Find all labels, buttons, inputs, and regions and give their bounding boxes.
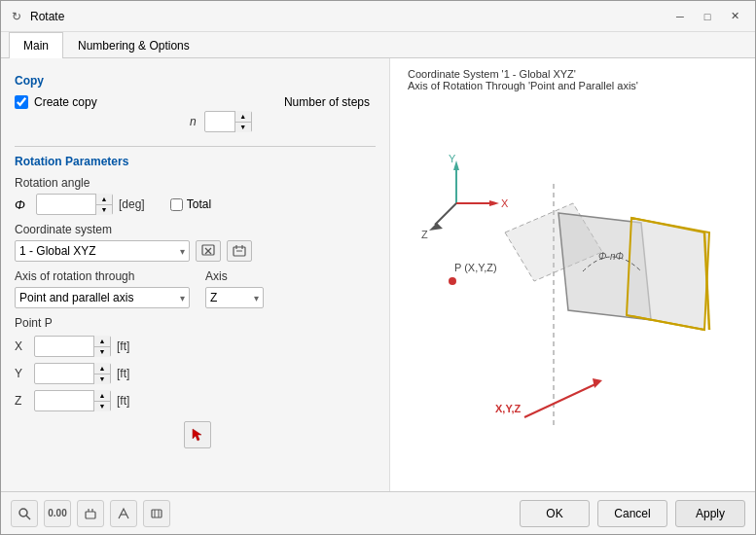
y-unit: [ft] <box>117 367 129 380</box>
tool3-icon <box>84 507 97 520</box>
y-label: Y <box>15 367 28 380</box>
z-input[interactable]: -11.48 <box>35 394 93 408</box>
num-steps-spin-btns: ▲ ▼ <box>234 111 251 132</box>
svg-text:X,Y,Z: X,Y,Z <box>495 403 522 414</box>
window-icon: ↻ <box>9 9 24 24</box>
svg-line-13 <box>435 203 456 225</box>
svg-line-28 <box>524 383 597 417</box>
search-icon <box>18 507 31 520</box>
n-label: n <box>190 115 197 128</box>
diagram-canvas: Y X Z P (X,Y,Z) <box>398 99 747 482</box>
apply-button[interactable]: Apply <box>675 500 745 527</box>
z-up[interactable]: ▲ <box>94 390 110 402</box>
select-point-button[interactable] <box>184 421 211 448</box>
z-label: Z <box>15 394 28 408</box>
svg-marker-14 <box>429 223 443 231</box>
bottom-left-tools: 0.00 <box>11 500 170 527</box>
axis-through-dropdown[interactable]: Point and parallel axis ▾ <box>15 287 190 308</box>
rotation-angle-label: Rotation angle <box>15 176 376 190</box>
svg-text:X: X <box>501 197 509 209</box>
copy-section-header: Copy <box>15 74 376 88</box>
left-panel: Copy Create copy Number of steps n 2 ▲ ▼ <box>1 58 390 491</box>
coord-system-label: Coordinate system <box>15 223 376 236</box>
x-input[interactable]: 19.69 <box>35 339 93 353</box>
coord-btn-2[interactable] <box>227 240 252 262</box>
window-controls: ─ □ ✕ <box>667 7 747 26</box>
rotation-angle-row: Φ -90.00 ▲ ▼ [deg] Total <box>15 194 376 215</box>
diagram-info: Coordinate System '1 - Global XYZ' Axis … <box>398 68 747 91</box>
x-label: X <box>15 339 28 353</box>
maximize-button[interactable]: □ <box>695 7 720 26</box>
y-spin-btns: ▲ ▼ <box>93 363 110 384</box>
tool5-button[interactable] <box>143 500 170 527</box>
svg-text:Φ: Φ <box>598 251 606 262</box>
total-label: Total <box>187 197 211 211</box>
point-p-label: Point P <box>15 316 376 330</box>
num-steps-row: n 2 ▲ ▼ <box>190 111 376 132</box>
angle-spin-btns: ▲ ▼ <box>95 194 112 215</box>
angle-unit: [deg] <box>119 197 145 211</box>
create-copy-label: Create copy <box>34 95 97 109</box>
bottom-bar: 0.00 <box>1 491 755 534</box>
z-spin-btns: ▲ ▼ <box>93 390 110 411</box>
new-coord-icon <box>201 244 215 258</box>
angle-up[interactable]: ▲ <box>96 194 112 205</box>
axis-col: Axis Z ▾ <box>205 269 264 308</box>
tab-main[interactable]: Main <box>9 32 63 58</box>
svg-text:Y: Y <box>449 153 456 164</box>
y-down[interactable]: ▼ <box>94 374 110 385</box>
cancel-button[interactable]: Cancel <box>597 500 667 527</box>
angle-spinbox: -90.00 ▲ ▼ <box>36 194 113 215</box>
num-steps-up[interactable]: ▲ <box>235 111 251 123</box>
angle-input[interactable]: -90.00 <box>37 197 95 211</box>
window-title: Rotate <box>30 10 64 23</box>
z-unit: [ft] <box>117 394 129 408</box>
tab-bar: Main Numbering & Options <box>1 32 755 58</box>
tool3-button[interactable] <box>77 500 104 527</box>
x-unit: [ft] <box>117 339 129 353</box>
info-line2: Axis of Rotation Through 'Point and Para… <box>408 80 747 91</box>
phi-label: Φ <box>15 197 30 212</box>
title-bar-left: ↻ Rotate <box>9 9 64 24</box>
minimize-button[interactable]: ─ <box>667 7 693 26</box>
total-row: Total <box>170 197 211 211</box>
svg-marker-11 <box>489 200 499 206</box>
y-up[interactable]: ▲ <box>94 363 110 374</box>
y-input[interactable]: -32.81 <box>35 367 93 380</box>
z-down[interactable]: ▼ <box>94 402 110 412</box>
x-down[interactable]: ▼ <box>94 347 110 358</box>
zero-button[interactable]: 0.00 <box>44 500 71 527</box>
x-up[interactable]: ▲ <box>94 336 110 347</box>
y-spinbox: -32.81 ▲ ▼ <box>34 363 111 384</box>
ok-button[interactable]: OK <box>520 500 590 527</box>
axis-dropdown[interactable]: Z ▾ <box>205 287 264 308</box>
dialog-buttons: OK Cancel Apply <box>520 500 745 527</box>
angle-down[interactable]: ▼ <box>96 205 112 216</box>
edit-coord-icon <box>233 244 246 258</box>
y-row: Y -32.81 ▲ ▼ [ft] <box>15 363 376 384</box>
close-button[interactable]: ✕ <box>722 7 747 26</box>
coord-system-dropdown[interactable]: 1 - Global XYZ ▾ <box>15 240 190 262</box>
num-steps-input[interactable]: 2 <box>205 115 234 128</box>
svg-point-17 <box>449 277 456 285</box>
axis-through-label: Axis of rotation through <box>15 269 190 283</box>
svg-marker-29 <box>593 378 602 388</box>
tool5-icon <box>150 507 163 520</box>
point-p-section: Point P X 19.69 ▲ ▼ [ft] Y <box>15 316 376 448</box>
main-content: Copy Create copy Number of steps n 2 ▲ ▼ <box>1 58 755 491</box>
total-checkbox[interactable] <box>170 198 183 211</box>
svg-point-33 <box>19 509 27 517</box>
tool4-button[interactable] <box>110 500 137 527</box>
num-steps-label: Number of steps <box>284 95 370 109</box>
tab-numbering[interactable]: Numbering & Options <box>63 32 204 58</box>
search-button[interactable] <box>11 500 38 527</box>
axis-through-col: Axis of rotation through Point and paral… <box>15 269 190 308</box>
create-copy-checkbox[interactable] <box>15 95 28 109</box>
num-steps-spinbox: 2 ▲ ▼ <box>204 111 252 132</box>
num-steps-down[interactable]: ▼ <box>235 123 251 133</box>
x-row: X 19.69 ▲ ▼ [ft] <box>15 336 376 357</box>
coord-btn-1[interactable] <box>196 240 221 262</box>
cursor-icon <box>190 427 205 443</box>
coord-system-row: 1 - Global XYZ ▾ <box>15 240 376 262</box>
rotate-dialog: ↻ Rotate ─ □ ✕ Main Numbering & Options … <box>0 0 756 535</box>
